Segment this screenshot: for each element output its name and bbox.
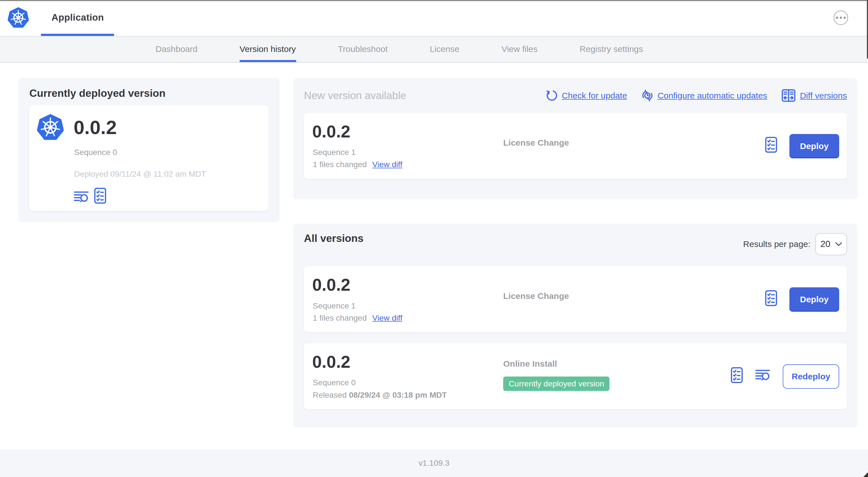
tab-dashboard[interactable]: Dashboard [155,36,197,62]
checklist-icon[interactable] [731,367,743,386]
results-per-page-select[interactable]: 20 [815,233,847,255]
configure-automatic-updates-link[interactable]: Configure automatic updates [642,90,767,101]
results-per-page-value: 20 [820,239,830,249]
results-per-page-label: Results per page: [743,239,810,249]
tab-troubleshoot[interactable]: Troubleshoot [338,36,388,62]
logs-icon[interactable] [74,190,89,206]
deploy-button[interactable]: Deploy [789,134,839,158]
app-header: Application [0,0,868,36]
diff-icon [782,89,796,102]
checklist-icon[interactable] [765,290,777,308]
deploy-button[interactable]: Deploy [789,287,839,311]
row-files-changed: 1 files changed [313,160,367,169]
console-version: v1.109.3 [418,458,449,477]
deployed-card-title: Currently deployed version [29,88,166,100]
row-sequence: Sequence 1 [313,148,355,157]
version-row: 0.0.2 Sequence 0 Released08/29/24 @ 03:1… [304,343,847,409]
currently-deployed-badge: Currently deployed version [503,377,610,391]
chevron-down-icon [835,242,842,246]
row-version-number: 0.0.2 [312,122,350,142]
all-versions-card: All versions Results per page: 20 0.0.2 … [293,224,858,427]
row-source: License Change [503,138,569,148]
deployed-sequence: Sequence 0 [74,148,117,157]
page-footer: v1.109.3 [0,450,868,477]
new-version-title: New version available [304,90,406,102]
new-version-card: New version available Check for update [293,78,858,200]
window-resize-grip [863,472,868,477]
row-files-changed: 1 files changed [313,313,367,322]
currently-deployed-card: Currently deployed version 0.0.2 Sequenc… [18,78,280,222]
row-source: License Change [503,291,569,301]
admin-console-page: Application Dashboard Version history Tr… [0,0,868,477]
row-source: Online Install [503,359,557,368]
window-top-edge [0,0,868,1]
check-for-update-label: Check for update [562,91,627,100]
row-sequence: Sequence 0 [313,378,355,387]
checklist-icon[interactable] [94,188,106,206]
deployed-timestamp: Deployed 09/11/24 @ 11:02 am MDT [74,169,206,178]
view-diff-link[interactable]: View diff [372,313,402,322]
all-versions-title: All versions [304,233,364,245]
diff-versions-link[interactable]: Diff versions [782,89,847,102]
logs-icon[interactable] [755,368,771,384]
kubernetes-logo-icon [8,7,29,29]
new-version-row: 0.0.2 Sequence 1 1 files changedView dif… [304,113,847,179]
refresh-icon [546,90,557,101]
clock-refresh-icon [642,90,653,101]
row-version-number: 0.0.2 [312,275,350,295]
row-released-prefix: Released [313,390,346,399]
diff-versions-label: Diff versions [800,91,847,100]
ellipsis-icon [836,17,838,19]
scrollbar-thumb[interactable] [867,0,868,59]
row-released-date: 08/29/24 @ 03:18 pm MDT [349,390,447,399]
tab-registry-settings[interactable]: Registry settings [580,36,643,62]
version-row: 0.0.2 Sequence 1 1 files changedView dif… [304,266,847,332]
view-diff-link[interactable]: View diff [372,160,402,169]
tab-license[interactable]: License [430,36,459,62]
kubernetes-app-icon [37,114,63,141]
check-for-update-link[interactable]: Check for update [546,90,627,101]
tab-version-history[interactable]: Version history [240,36,296,62]
row-version-number: 0.0.2 [312,352,350,372]
redeploy-button[interactable]: Redeploy [783,364,839,388]
deployed-version-number: 0.0.2 [74,116,117,138]
deployed-version-box: 0.0.2 Sequence 0 Deployed 09/11/24 @ 11:… [29,105,268,211]
app-nav-tabs: Dashboard Version history Troubleshoot L… [0,36,868,63]
overflow-menu-button[interactable] [834,10,848,25]
app-tab-active-underline [41,34,114,36]
row-sequence: Sequence 1 [313,301,355,310]
checklist-icon[interactable] [765,137,777,155]
configure-automatic-updates-label: Configure automatic updates [657,91,767,100]
app-tab-title[interactable]: Application [51,0,104,35]
tab-view-files[interactable]: View files [501,36,537,62]
